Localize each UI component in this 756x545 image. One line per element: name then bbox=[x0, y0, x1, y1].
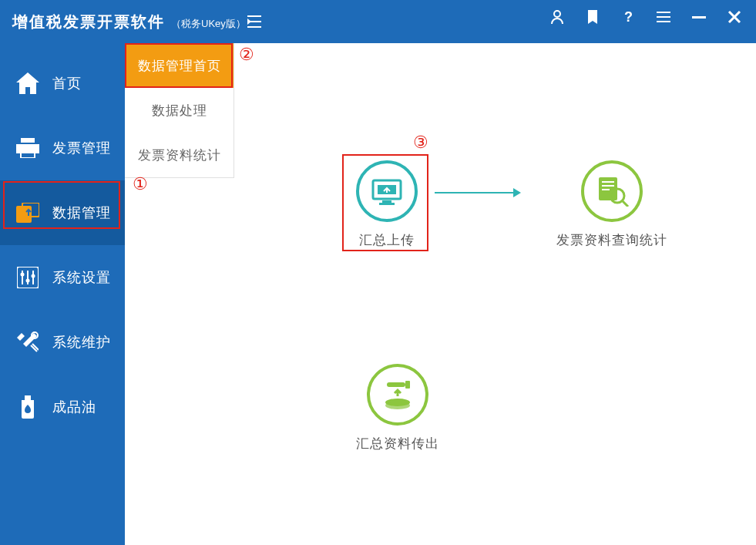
tools-icon bbox=[15, 330, 40, 355]
func-summary-upload[interactable]: 汇总上传 bbox=[356, 160, 418, 249]
svg-rect-3 bbox=[21, 138, 35, 143]
oil-icon bbox=[15, 395, 40, 419]
svg-point-11 bbox=[32, 274, 35, 278]
header-right-toolbar: ? bbox=[549, 9, 742, 25]
svg-rect-4 bbox=[16, 144, 39, 153]
close-icon bbox=[727, 10, 741, 24]
bookmark-icon bbox=[587, 10, 598, 24]
sidebar-item-label: 首页 bbox=[52, 74, 82, 93]
sidebar-item-oil[interactable]: 成品油 bbox=[0, 375, 125, 439]
arrow-connector bbox=[435, 192, 519, 193]
svg-rect-16 bbox=[382, 200, 391, 203]
menu-icon bbox=[657, 12, 670, 22]
func-label: 汇总资料传出 bbox=[356, 435, 439, 452]
bookmark-button[interactable] bbox=[585, 9, 600, 25]
help-button[interactable]: ? bbox=[620, 9, 636, 25]
minimize-icon bbox=[692, 10, 706, 24]
func-invoice-query-stats[interactable]: 发票资料查询统计 bbox=[556, 160, 667, 249]
svg-point-0 bbox=[554, 11, 560, 17]
minimize-button[interactable] bbox=[691, 9, 707, 25]
svg-point-10 bbox=[26, 279, 30, 283]
invoice-query-icon bbox=[581, 160, 643, 222]
submenu-item-label: 发票资料统计 bbox=[138, 146, 221, 164]
func-label: 发票资料查询统计 bbox=[556, 231, 667, 249]
sidebar-item-label: 系统设置 bbox=[52, 268, 111, 287]
sidebar: 首页 发票管理 数据管理 系统设置 bbox=[0, 43, 125, 545]
data-icon bbox=[15, 200, 40, 225]
sidebar-item-label: 系统维护 bbox=[52, 333, 111, 352]
user-button[interactable] bbox=[549, 9, 565, 25]
svg-rect-2 bbox=[692, 16, 706, 19]
svg-rect-21 bbox=[405, 381, 410, 389]
sidebar-item-maintenance[interactable]: 系统维护 bbox=[0, 310, 125, 375]
func-label: 汇总上传 bbox=[359, 231, 415, 249]
printer-icon bbox=[15, 136, 40, 160]
app-title-area: 增值税发票开票软件 （税务UKey版） bbox=[12, 12, 246, 32]
func-summary-export[interactable]: 汇总资料传出 bbox=[356, 364, 439, 452]
user-icon bbox=[551, 10, 563, 24]
submenu-item-invoice-stats[interactable]: 发票资料统计 bbox=[125, 133, 234, 177]
sidebar-item-data[interactable]: 数据管理 bbox=[0, 180, 125, 245]
help-icon: ? bbox=[623, 9, 633, 25]
app-title: 增值税发票开票软件 bbox=[12, 12, 165, 32]
svg-text:?: ? bbox=[624, 9, 633, 25]
menu-button[interactable] bbox=[656, 9, 671, 25]
summary-export-icon bbox=[367, 364, 428, 426]
content-area: 汇总上传 发票资料查询统计 bbox=[234, 43, 756, 545]
sidebar-item-label: 发票管理 bbox=[52, 139, 111, 157]
svg-rect-20 bbox=[387, 382, 405, 387]
sidebar-item-settings[interactable]: 系统设置 bbox=[0, 245, 125, 310]
collapse-sidebar-button[interactable] bbox=[244, 11, 265, 32]
submenu-item-label: 数据管理首页 bbox=[138, 57, 221, 75]
submenu-item-data-home[interactable]: 数据管理首页 bbox=[125, 43, 234, 88]
submenu-item-label: 数据处理 bbox=[152, 102, 207, 119]
sidebar-item-home[interactable]: 首页 bbox=[0, 51, 125, 116]
svg-point-9 bbox=[21, 273, 25, 277]
submenu: 数据管理首页 数据处理 发票资料统计 bbox=[125, 43, 234, 178]
close-button[interactable] bbox=[727, 9, 742, 25]
svg-rect-13 bbox=[25, 395, 31, 400]
app-header: 增值税发票开票软件 （税务UKey版） bbox=[0, 0, 756, 43]
sliders-icon bbox=[15, 265, 40, 290]
app-subtitle: （税务UKey版） bbox=[171, 17, 246, 31]
sidebar-item-label: 数据管理 bbox=[52, 204, 111, 222]
svg-point-23 bbox=[385, 402, 410, 409]
sidebar-item-label: 成品油 bbox=[52, 398, 96, 416]
sidebar-item-invoice[interactable]: 发票管理 bbox=[0, 116, 125, 180]
svg-rect-17 bbox=[379, 203, 395, 205]
collapse-icon bbox=[247, 15, 261, 28]
submenu-item-data-process[interactable]: 数据处理 bbox=[125, 88, 234, 133]
home-icon bbox=[15, 71, 40, 96]
summary-upload-icon bbox=[356, 160, 418, 222]
